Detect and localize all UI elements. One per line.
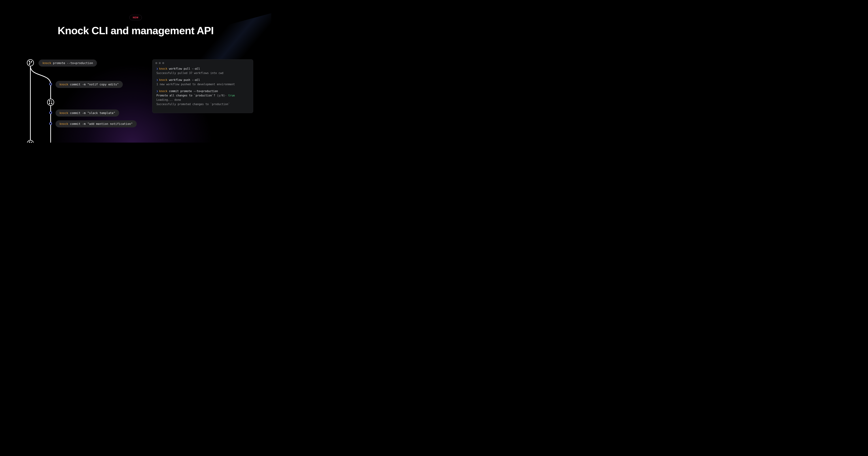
svg-point-11 bbox=[31, 142, 32, 143]
svg-point-0 bbox=[27, 60, 34, 66]
commit-pill-0: knock promote --to=production bbox=[38, 60, 97, 66]
svg-point-8 bbox=[27, 140, 34, 143]
commit-text: commit -m "add mention notification" bbox=[68, 122, 132, 125]
window-dot-icon bbox=[162, 62, 164, 64]
prompt-icon: ❯ bbox=[156, 67, 158, 70]
terminal-output: Successfully promoted changes to `produc… bbox=[156, 102, 249, 106]
svg-point-14 bbox=[50, 122, 52, 125]
terminal-body: ❯knock workflow pull --all Successfully … bbox=[152, 66, 253, 106]
terminal-window: ❯knock workflow pull --all Successfully … bbox=[152, 59, 253, 113]
window-dot-icon bbox=[155, 62, 157, 64]
terminal-block-2: ❯knock commit promote --to=production Pr… bbox=[156, 89, 249, 106]
terminal-keyword: knock bbox=[159, 67, 167, 70]
terminal-command-line: ❯knock commit promote --to=production bbox=[156, 89, 249, 93]
terminal-keyword: knock bbox=[159, 78, 167, 82]
svg-point-6 bbox=[49, 103, 50, 104]
commit-pill-1: knock commit -m "notif copy edits" bbox=[56, 81, 123, 88]
new-badge: NEW bbox=[129, 15, 142, 20]
terminal-command-line: ❯knock workflow pull --all bbox=[156, 66, 249, 71]
terminal-keyword: knock bbox=[159, 90, 167, 93]
commit-text: promote --to=production bbox=[51, 61, 93, 65]
commit-pill-2: knock commit -m "slack template" bbox=[56, 110, 119, 117]
question-hint: (y/N)· bbox=[217, 94, 226, 97]
question-text: Promote all changes to `production`? bbox=[156, 94, 215, 97]
commit-keyword: knock bbox=[60, 122, 68, 125]
svg-point-9 bbox=[29, 142, 30, 142]
commit-keyword: knock bbox=[42, 61, 51, 65]
terminal-output: 1 new workflow pushed to development env… bbox=[156, 82, 249, 86]
svg-point-5 bbox=[49, 101, 50, 101]
commit-pill-3: knock commit -m "add mention notificatio… bbox=[56, 120, 137, 127]
commit-text: commit -m "notif copy edits" bbox=[68, 83, 119, 86]
commit-keyword: knock bbox=[60, 111, 68, 115]
terminal-cmd: workflow pull --all bbox=[167, 67, 200, 70]
svg-point-4 bbox=[48, 99, 54, 106]
window-dot-icon bbox=[159, 62, 161, 64]
commit-keyword: knock bbox=[60, 83, 68, 86]
terminal-block-1: ❯knock workflow push --all 1 new workflo… bbox=[156, 78, 249, 86]
prompt-icon: ❯ bbox=[156, 78, 158, 82]
terminal-block-0: ❯knock workflow pull --all Successfully … bbox=[156, 66, 249, 75]
terminal-command-line: ❯knock workflow push --all bbox=[156, 78, 249, 82]
question-answer: true bbox=[228, 94, 235, 97]
git-graph-icon bbox=[26, 59, 59, 143]
terminal-output: Loading... done bbox=[156, 98, 249, 102]
page-title: Knock CLI and management API bbox=[58, 24, 214, 36]
terminal-cmd: workflow push --all bbox=[167, 78, 200, 82]
terminal-question: Promote all changes to `production`? (y/… bbox=[156, 93, 249, 98]
prompt-icon: ❯ bbox=[156, 90, 158, 93]
commit-text: commit -m "slack template" bbox=[68, 111, 115, 115]
svg-point-13 bbox=[50, 112, 52, 114]
svg-point-1 bbox=[29, 61, 30, 62]
svg-point-12 bbox=[50, 83, 52, 85]
terminal-output: Successfully pulled 37 workflows into cw… bbox=[156, 71, 249, 75]
terminal-cmd: commit promote --to=production bbox=[167, 90, 218, 93]
window-controls bbox=[152, 60, 253, 66]
